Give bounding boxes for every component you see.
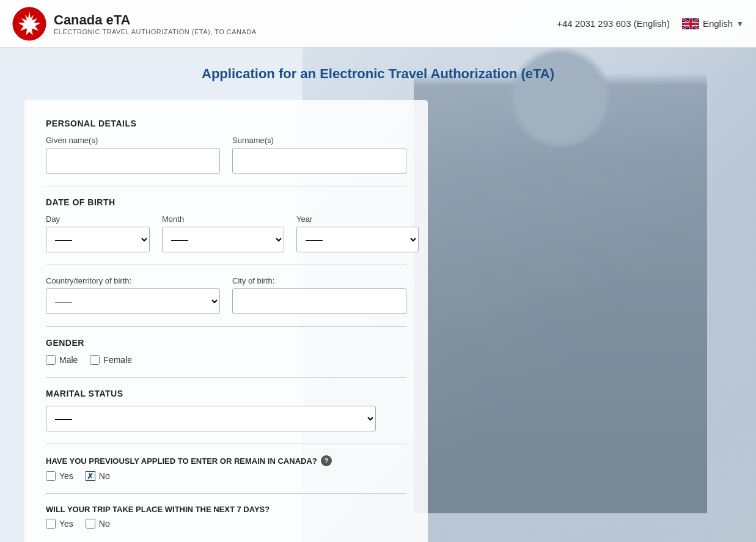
- day-label: Day: [46, 214, 150, 224]
- uk-flag-icon: [682, 18, 699, 29]
- logo-area: Canada eTA ELECTRONIC TRAVEL AUTHORIZATI…: [12, 7, 257, 41]
- prev-applied-yes-label[interactable]: Yes: [46, 471, 73, 481]
- male-checkbox-label[interactable]: Male: [46, 355, 78, 365]
- site-header: Canada eTA ELECTRONIC TRAVEL AUTHORIZATI…: [0, 0, 756, 48]
- trip-yes-checkbox[interactable]: [46, 519, 56, 529]
- trip-7days-section: WILL YOUR TRIP TAKE PLACE WITHIN THE NEX…: [46, 505, 406, 529]
- header-right: +44 2031 293 603 (English) English ▼: [557, 18, 744, 29]
- prev-applied-no-checkbox-checked[interactable]: ✗: [86, 471, 95, 481]
- country-birth-label: Country/territory of birth:: [46, 276, 220, 285]
- maple-leaf-logo: [12, 7, 46, 41]
- marital-status-select[interactable]: —— Single Married Common-law Widowed Div…: [46, 406, 376, 431]
- month-select[interactable]: —— JanuaryFebruaryMarchApril MayJuneJuly…: [162, 227, 284, 252]
- male-checkbox[interactable]: [46, 355, 56, 365]
- page-title: Application for an Electronic Travel Aut…: [24, 60, 732, 82]
- trip-yes-label[interactable]: Yes: [46, 519, 73, 529]
- month-label: Month: [162, 214, 284, 224]
- city-birth-input[interactable]: [232, 288, 406, 314]
- year-field: Year —— 20242023202220212020201920182017…: [296, 214, 419, 252]
- trip-no-text: No: [99, 519, 110, 529]
- main-content: Application for an Electronic Travel Aut…: [0, 48, 756, 542]
- prev-applied-no-label[interactable]: ✗ No: [86, 471, 110, 481]
- country-birth-select[interactable]: —— Afghanistan Albania Canada France Ger…: [46, 288, 220, 314]
- personal-details-section-label: PERSONAL DETAILS: [46, 119, 406, 128]
- chevron-down-icon: ▼: [736, 20, 744, 28]
- form-container: PERSONAL DETAILS Given name(s) Surname(s…: [24, 100, 428, 542]
- trip-no-checkbox[interactable]: [86, 519, 95, 529]
- given-name-input[interactable]: [46, 148, 220, 174]
- marital-section: MARITAL STATUS —— Single Married Common-…: [46, 389, 406, 431]
- given-name-field: Given name(s): [46, 136, 220, 174]
- prev-applied-radio-group: Yes ✗ No: [46, 471, 406, 481]
- trip-7days-radio-group: Yes No: [46, 519, 406, 529]
- trip-no-label[interactable]: No: [86, 519, 110, 529]
- divider-6: [46, 493, 406, 494]
- year-select[interactable]: —— 2024202320222021202020192018201720162…: [296, 227, 419, 252]
- divider-5: [46, 444, 406, 444]
- name-row: Given name(s) Surname(s): [46, 136, 406, 174]
- surname-label: Surname(s): [232, 136, 406, 145]
- marital-section-label: MARITAL STATUS: [46, 389, 406, 398]
- city-birth-field: City of birth:: [232, 276, 406, 314]
- divider-4: [46, 377, 406, 378]
- dob-section-label: DATE OF BIRTH: [46, 197, 406, 207]
- prev-applied-help-icon[interactable]: ?: [321, 455, 332, 466]
- divider-1: [46, 186, 406, 186]
- brand-name: Canada eTA: [54, 12, 257, 28]
- day-select[interactable]: —— 12345 678910 1112131415 1617181920 21…: [46, 227, 150, 252]
- country-birth-field: Country/territory of birth: —— Afghanist…: [46, 276, 220, 314]
- surname-input[interactable]: [232, 148, 406, 174]
- dob-section: DATE OF BIRTH Day —— 12345 678910 111213…: [46, 197, 406, 252]
- dob-row: Day —— 12345 678910 1112131415 161718192…: [46, 214, 406, 252]
- gender-checkbox-group: Male Female: [46, 355, 406, 365]
- year-label: Year: [296, 214, 419, 224]
- trip-yes-text: Yes: [59, 519, 73, 529]
- city-birth-label: City of birth:: [232, 276, 406, 285]
- surname-field: Surname(s): [232, 136, 406, 174]
- trip-7days-label: WILL YOUR TRIP TAKE PLACE WITHIN THE NEX…: [46, 505, 406, 514]
- day-field: Day —— 12345 678910 1112131415 161718192…: [46, 214, 150, 252]
- prev-applied-label: HAVE YOU PREVIOUSLY APPLIED TO ENTER OR …: [46, 455, 406, 466]
- prev-applied-yes-checkbox[interactable]: [46, 471, 56, 481]
- female-label-text: Female: [103, 355, 132, 365]
- given-name-label: Given name(s): [46, 136, 220, 145]
- divider-2: [46, 265, 406, 265]
- month-field: Month —— JanuaryFebruaryMarchApril MayJu…: [162, 214, 284, 252]
- language-selector[interactable]: English ▼: [682, 18, 744, 29]
- brand-subtitle: ELECTRONIC TRAVEL AUTHORIZATION (ETA), T…: [54, 28, 257, 35]
- divider-3: [46, 326, 406, 327]
- male-label-text: Male: [59, 355, 78, 365]
- language-label: English: [703, 18, 733, 29]
- prev-applied-yes-text: Yes: [59, 471, 73, 481]
- phone-number: +44 2031 293 603 (English): [557, 18, 670, 29]
- female-checkbox-label[interactable]: Female: [90, 355, 132, 365]
- logo-text: Canada eTA ELECTRONIC TRAVEL AUTHORIZATI…: [54, 12, 257, 35]
- prev-applied-section: HAVE YOU PREVIOUSLY APPLIED TO ENTER OR …: [46, 455, 406, 481]
- gender-section-label: GENDER: [46, 338, 406, 348]
- gender-section: GENDER Male Female: [46, 338, 406, 365]
- female-checkbox[interactable]: [90, 355, 100, 365]
- country-city-row: Country/territory of birth: —— Afghanist…: [46, 276, 406, 314]
- prev-applied-no-text: No: [99, 471, 110, 481]
